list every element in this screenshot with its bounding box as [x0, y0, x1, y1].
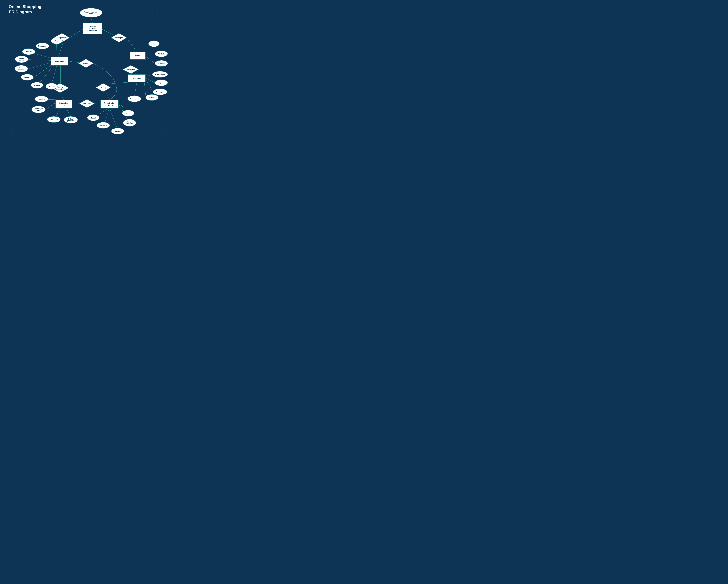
svg-line-18	[160, 137, 163, 139]
svg-line-62	[60, 92, 63, 100]
svg-line-26	[8, 134, 12, 136]
svg-line-39	[52, 65, 57, 84]
attribute-total-price: Total price	[47, 116, 61, 123]
attribute-email-address: Emailaddress	[15, 65, 28, 72]
svg-line-66	[66, 108, 71, 116]
svg-line-19	[163, 137, 166, 139]
entity-admin: Admin	[130, 52, 146, 60]
attribute-user-id: User id	[87, 114, 100, 121]
svg-line-35	[28, 59, 51, 60]
relationship-managers: Managers	[123, 65, 139, 74]
svg-line-49	[146, 78, 156, 83]
svg-line-9	[166, 19, 171, 20]
attribute-product-id-products: Product id	[127, 96, 141, 102]
entity-shopping-cart: Shoppingcart	[55, 100, 72, 108]
svg-line-64	[46, 102, 57, 110]
attribute-domain-name: Domain name / Appname	[80, 8, 102, 18]
svg-line-36	[28, 62, 51, 69]
svg-line-14	[158, 128, 163, 131]
page-title: Online ShoppingER Diagram	[9, 4, 41, 15]
svg-line-42	[127, 38, 137, 52]
attribute-product-name-cart: Product_name	[31, 106, 46, 113]
attribute-p-name: P_name	[145, 94, 158, 101]
svg-line-12	[159, 124, 163, 126]
svg-line-32	[56, 44, 56, 57]
svg-line-37	[33, 65, 52, 78]
relationship-delivers: Delivers	[78, 59, 94, 68]
svg-line-24	[7, 129, 12, 131]
svg-line-2	[162, 4, 166, 7]
svg-line-5	[166, 9, 172, 12]
attribute-c-id: C id	[51, 37, 62, 44]
svg-line-17	[163, 133, 168, 135]
attribute-adress: Adress	[46, 83, 57, 89]
attribute-signup: Signup	[122, 110, 134, 116]
attribute-p-price: P_price	[155, 79, 168, 86]
attribute-user-name-customer: User name	[36, 43, 49, 49]
attribute-user-name-registration: User name	[97, 122, 110, 129]
attribute-district: District	[31, 82, 43, 88]
attribute-password-admin: Password	[155, 60, 168, 67]
er-diagram: .conn { stroke: #2a9d8f; stroke-width: 1…	[0, 0, 182, 146]
svg-line-25	[12, 129, 17, 131]
svg-line-60	[72, 104, 79, 104]
relationship-purchase-bottom: Purchase	[79, 99, 95, 108]
attribute-a-id: A id	[148, 41, 160, 47]
svg-line-51	[144, 81, 146, 98]
svg-line-15	[163, 128, 168, 131]
attribute-country: Country	[21, 74, 34, 81]
relationship-to-buy: To buy	[96, 83, 111, 92]
svg-line-31	[58, 42, 63, 57]
svg-line-23	[12, 125, 16, 127]
attribute-password-registration: Password	[111, 128, 124, 134]
svg-line-29	[69, 28, 84, 38]
svg-line-52	[134, 82, 137, 96]
svg-line-27	[12, 134, 17, 136]
svg-line-13	[163, 124, 167, 126]
attribute-password-customer: Password	[22, 48, 35, 55]
svg-line-22	[8, 125, 12, 127]
entity-registration: Registrationor log in	[101, 100, 119, 108]
attribute-mobile-number: Mobilenumber	[15, 56, 28, 63]
svg-line-7	[166, 14, 172, 16]
svg-line-4	[160, 9, 166, 12]
svg-line-53	[111, 82, 128, 84]
attribute-forget-password: ForgetPassword	[123, 119, 136, 127]
entity-products: Products	[128, 74, 146, 82]
svg-line-61	[95, 104, 101, 104]
entity-website: Website/mobileapplication	[83, 23, 102, 34]
svg-line-46	[131, 60, 137, 65]
svg-line-44	[146, 54, 155, 54]
attribute-billing-products: Billingproducts	[63, 116, 78, 124]
svg-line-8	[162, 19, 166, 20]
svg-line-45	[146, 56, 155, 63]
svg-line-48	[146, 75, 153, 76]
attribute-p-availability: P_availability	[152, 71, 168, 78]
svg-line-6	[160, 14, 166, 16]
entity-customer: Customer	[51, 57, 69, 65]
svg-line-16	[158, 133, 163, 135]
relationship-manages: Manages	[111, 33, 127, 42]
svg-line-3	[166, 4, 171, 7]
svg-line-50	[146, 79, 153, 92]
attribute-p-category: P_category	[153, 88, 167, 95]
svg-line-28	[91, 18, 93, 23]
attribute-attribute-admin: Attribute	[155, 51, 168, 57]
attribute-product-id-cart: Product id	[34, 96, 48, 102]
